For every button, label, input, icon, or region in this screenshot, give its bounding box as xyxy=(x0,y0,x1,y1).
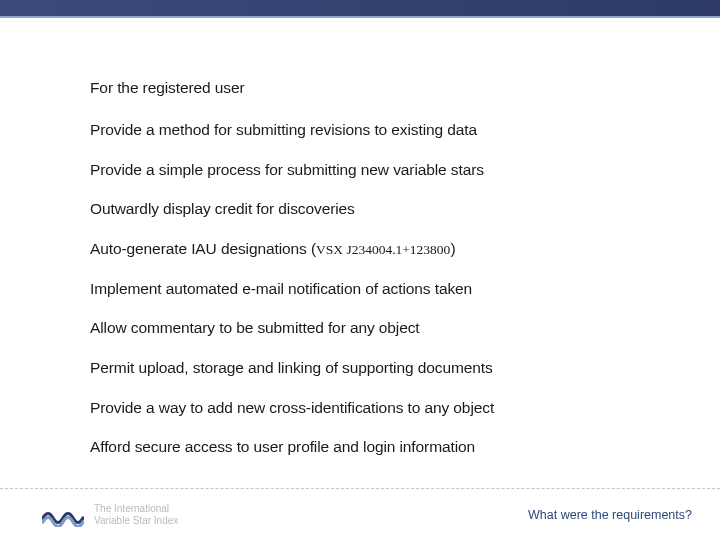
footer-caption: What were the requirements? xyxy=(528,508,692,522)
line-prefix: Auto-generate IAU designations ( xyxy=(90,240,316,257)
wave-logo-icon xyxy=(42,503,84,527)
bullet-line: Outwardly display credit for discoveries xyxy=(90,199,660,219)
line-suffix: ) xyxy=(450,240,455,257)
content-area: For the registered user Provide a method… xyxy=(90,78,660,480)
footer-inner: The International Variable Star Index Wh… xyxy=(42,500,692,530)
brand-block: The International Variable Star Index xyxy=(42,503,178,527)
header-accent xyxy=(0,16,720,18)
bullet-line: Permit upload, storage and linking of su… xyxy=(90,358,660,378)
iau-designation-example: VSX J234004.1+123800 xyxy=(316,242,450,257)
bullet-line: Afford secure access to user profile and… xyxy=(90,437,660,457)
header-bar xyxy=(0,0,720,16)
bullet-line: Auto-generate IAU designations (VSX J234… xyxy=(90,239,660,259)
bullet-line: Implement automated e-mail notification … xyxy=(90,279,660,299)
brand-text: The International Variable Star Index xyxy=(94,503,178,527)
bullet-line: Allow commentary to be submitted for any… xyxy=(90,318,660,338)
bullet-line: Provide a simple process for submitting … xyxy=(90,160,660,180)
brand-line-2: Variable Star Index xyxy=(94,515,178,527)
footer: The International Variable Star Index Wh… xyxy=(0,488,720,540)
bullet-line: Provide a method for submitting revision… xyxy=(90,120,660,140)
footer-divider xyxy=(0,488,720,489)
bullet-line: Provide a way to add new cross-identific… xyxy=(90,398,660,418)
heading-line: For the registered user xyxy=(90,78,660,98)
brand-line-1: The International xyxy=(94,503,178,515)
